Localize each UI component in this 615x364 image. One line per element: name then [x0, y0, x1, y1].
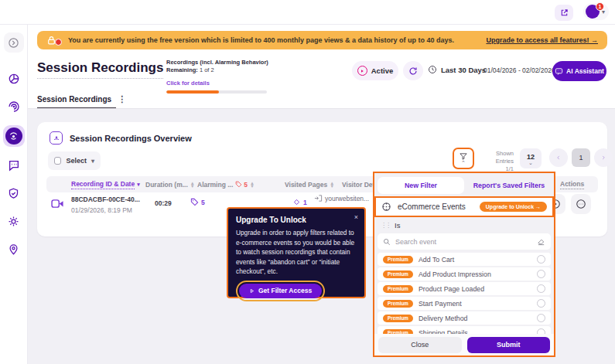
prev-page-button[interactable]	[549, 148, 568, 167]
page-size-value: 12	[527, 153, 535, 161]
tab-new-filter[interactable]: New Filter	[378, 177, 464, 194]
radio-button[interactable]	[537, 255, 545, 264]
list-item[interactable]: Premium Product Page Loaded	[378, 282, 551, 295]
active-status-button[interactable]: Active	[352, 61, 398, 80]
session-recordings-icon	[5, 128, 22, 145]
col-actions: Actions	[560, 176, 584, 192]
entry-page-icon	[314, 194, 323, 202]
tooltip-body: Upgrade in order to apply filters relate…	[236, 228, 357, 277]
entry-page[interactable]: yourwebsiten...	[314, 194, 369, 202]
radio-button[interactable]	[537, 299, 545, 308]
submit-button[interactable]: Submit	[467, 337, 551, 353]
period-selector[interactable]: Last 30 Days	[428, 65, 486, 74]
notification-badge: 1	[596, 2, 604, 11]
collapse-sidebar-icon[interactable]	[4, 32, 24, 53]
col-label: Recording ID & Date	[71, 180, 135, 189]
date-range-value: 01/04/2026 - 02/02/2026	[483, 66, 555, 74]
col-label: Visited Pages	[285, 181, 327, 189]
shown-entries: Shown Entries 1/1	[478, 150, 514, 173]
list-item[interactable]: Premium Add Product Impression	[378, 267, 551, 281]
filter-name[interactable]: eCommerce Events	[398, 202, 473, 211]
record-dot-icon	[55, 39, 62, 46]
sidebar-item-session-recordings[interactable]	[3, 125, 25, 147]
get-filter-access-button[interactable]: Get Filter Access	[239, 284, 322, 298]
select-dropdown[interactable]: Select ▾	[48, 151, 101, 170]
radio-button[interactable]	[537, 284, 545, 293]
recording-date: 01/29/2026, 8:19 PM	[71, 206, 132, 214]
chevron-up-icon: ⌃	[461, 161, 466, 165]
upgrade-to-unlock-pill[interactable]: Upgrade to Unlock →	[480, 202, 547, 212]
sort-icon: ▲▼	[250, 182, 255, 188]
privacy-shield-icon[interactable]	[5, 184, 23, 202]
external-link-icon[interactable]	[555, 5, 573, 21]
settings-gear-icon[interactable]	[5, 212, 23, 230]
col-alarming[interactable]: Alarming ... 5 ▲▼	[197, 176, 255, 192]
col-label: Duration (m...	[145, 181, 188, 189]
radio-button[interactable]	[537, 314, 545, 322]
tab-label: Session Recordings	[37, 95, 111, 104]
sort-icon: ▲▼	[190, 182, 195, 188]
select-checkbox[interactable]	[54, 157, 61, 165]
play-icon	[357, 66, 367, 76]
event-label: Add Product Impression	[419, 270, 531, 278]
kebab-menu-icon[interactable]: ⋮	[118, 94, 126, 104]
page-size-dropdown[interactable]: 12 ⌄	[520, 148, 542, 168]
clock-icon	[428, 65, 437, 74]
eraser-icon[interactable]	[537, 237, 545, 246]
ai-assistant-button[interactable]: AI Assistant	[552, 61, 606, 81]
next-page-button[interactable]	[594, 148, 613, 167]
drag-handle-icon[interactable]: ⋮⋮	[381, 222, 390, 229]
tab-session-recordings[interactable]: Session Recordings ⋮	[37, 94, 126, 104]
dashboard-pie-icon[interactable]	[5, 70, 23, 88]
operator-row: ⋮⋮ Is	[381, 221, 400, 230]
sort-icon: ▲▼	[330, 182, 334, 188]
col-label: Alarming ...	[197, 181, 233, 189]
date-range-picker[interactable]: 01/04/2026 - 02/02/2026 ▾	[483, 66, 560, 74]
filter-toggle-button[interactable]: ⌃	[453, 148, 474, 169]
tag-icon	[235, 181, 242, 188]
recordings-overview-icon	[50, 131, 63, 145]
visited-pages-value: 1	[292, 198, 307, 206]
premium-badge: Premium	[383, 285, 413, 293]
filter-panel-footer: Close Submit	[374, 334, 554, 355]
search-icon	[383, 238, 391, 246]
col-label: Actions	[560, 180, 584, 189]
current-page[interactable]: 1	[572, 148, 590, 167]
overview-title: Session Recordings Overview	[70, 134, 192, 143]
list-item[interactable]: Premium Add To Cart	[378, 253, 551, 266]
upgrade-link[interactable]: Upgrade to access all features! →	[486, 36, 598, 44]
col-duration[interactable]: Duration (m... ▲▼	[145, 176, 195, 192]
operator-label[interactable]: Is	[395, 221, 400, 230]
event-label: Add To Cart	[419, 256, 531, 264]
close-icon[interactable]: ×	[354, 213, 358, 221]
col-visited-pages[interactable]: Visited Pages ▲▼	[285, 176, 334, 192]
video-camera-icon	[51, 199, 64, 209]
event-label: Product Page Loaded	[419, 285, 531, 293]
chevron-down-icon: ▾	[137, 182, 140, 188]
refresh-button[interactable]	[403, 61, 423, 80]
recording-id[interactable]: 88CDACBF-00CE-40...	[71, 196, 140, 203]
search-input[interactable]	[395, 238, 532, 246]
recordings-progress	[166, 90, 267, 94]
banner-text: You are currently using the free version…	[68, 36, 454, 44]
lock-icon	[46, 36, 62, 46]
col-recording-id[interactable]: Recording ID & Date ▾	[71, 176, 140, 192]
behavior-spiral-icon[interactable]	[5, 97, 23, 116]
select-label: Select	[66, 157, 87, 165]
feedback-chat-icon[interactable]	[5, 156, 23, 175]
radio-button[interactable]	[537, 270, 545, 278]
recordings-progress-fill	[166, 90, 219, 94]
diamond-icon	[292, 198, 301, 206]
refresh-icon	[408, 66, 418, 76]
close-button[interactable]: Close	[378, 337, 462, 353]
tag-icon	[190, 198, 199, 206]
tab-saved-filters[interactable]: Report's Saved Filters	[466, 177, 552, 194]
alarming-value: 5	[190, 198, 205, 206]
location-pin-icon[interactable]	[5, 240, 23, 258]
list-item[interactable]: Premium Start Payment	[378, 297, 551, 310]
list-item[interactable]: Premium Delivery Method	[378, 311, 551, 325]
duration-value: 00:29	[155, 199, 172, 207]
ellipsis-icon	[576, 199, 586, 209]
account-menu[interactable]: 1 ▾	[583, 3, 609, 20]
row-more-button[interactable]	[571, 194, 591, 214]
